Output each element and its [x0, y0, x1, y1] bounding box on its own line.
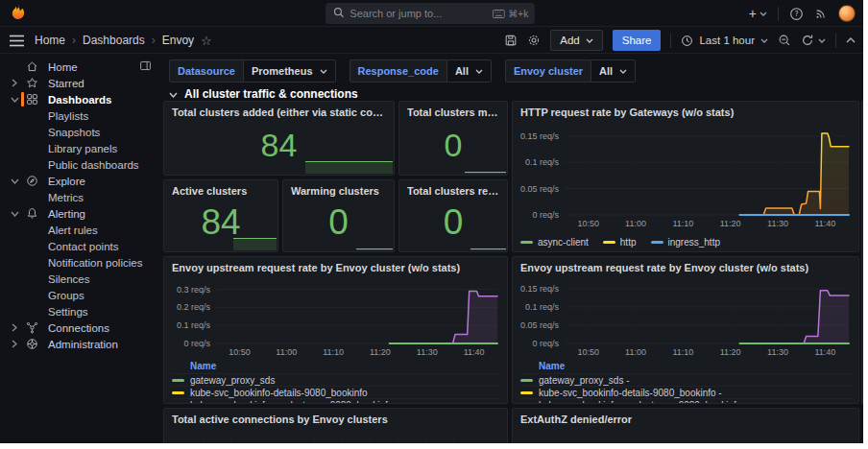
breadcrumb-separator: ›: [72, 34, 76, 47]
user-avatar[interactable]: [838, 5, 856, 22]
sidebar-item-public-dashboards[interactable]: Public dashboards: [0, 156, 161, 173]
sidebar-item-library-panels[interactable]: Library panels: [0, 140, 161, 156]
upstream-request-rate-chart[interactable]: 0 req/s0.05 req/s0.1 req/s0.15 req/s10:5…: [513, 276, 858, 359]
legend-row[interactable]: gateway_proxy_sds: [172, 373, 499, 386]
sidebar-item-settings[interactable]: Settings: [0, 303, 161, 319]
legend-item[interactable]: ingress_http: [651, 237, 720, 248]
chevron-right-icon[interactable]: [8, 340, 21, 348]
sidebar-item-groups[interactable]: Groups: [0, 287, 161, 303]
sidebar-item-notification-policies[interactable]: Notification policies: [0, 254, 161, 271]
legend-label: kube-svc_bookinfo-productpage-9080_booki…: [190, 400, 393, 404]
legend-row[interactable]: kube-svc_bookinfo-details-9080_bookinfo: [172, 386, 499, 398]
filter-value-dropdown[interactable]: All: [447, 59, 492, 83]
stat-sparkline: [233, 238, 277, 250]
panel-header[interactable]: Total active connections by Envoy cluste…: [164, 409, 507, 425]
add-panel-button[interactable]: Add: [550, 30, 602, 51]
sidebar-item-snapshots[interactable]: Snapshots: [0, 124, 161, 140]
panel-header[interactable]: Total clusters added (either via static …: [164, 102, 394, 118]
panel-header[interactable]: Total clusters removed ...: [399, 180, 507, 197]
breadcrumb-envoy[interactable]: Envoy: [162, 34, 194, 47]
breadcrumb-dashboards[interactable]: Dashboards: [83, 34, 145, 47]
svg-text:11:40: 11:40: [814, 219, 835, 228]
time-range-picker[interactable]: Last 1 hour: [681, 35, 768, 47]
sidebar-item-contact-points[interactable]: Contact points: [0, 238, 161, 254]
sidebar-item-alert-rules[interactable]: Alert rules: [0, 222, 161, 238]
panel-header[interactable]: ExtAuthZ denied/error: [513, 409, 858, 425]
save-dashboard-button[interactable]: [504, 34, 518, 47]
panel-header[interactable]: HTTP request rate by Gateways (w/o stats…: [513, 102, 858, 118]
legend-row[interactable]: kube-svc_bookinfo-details-9080_bookinfo …: [520, 386, 851, 398]
panel-header[interactable]: Envoy upstream request rate by Envoy clu…: [164, 257, 507, 273]
panel-header[interactable]: Envoy upstream request rate by Envoy clu…: [513, 257, 858, 273]
panel-active-clusters: Active clusters 84: [163, 179, 278, 252]
new-button[interactable]: +: [749, 7, 767, 20]
svg-text:0.2 req/s: 0.2 req/s: [177, 302, 211, 312]
panel-total-active-connections: Total active connections by Envoy cluste…: [163, 408, 508, 443]
panel-total-clusters-removed: Total clusters removed ... 0: [398, 179, 508, 252]
svg-text:0.05 req/s: 0.05 req/s: [520, 184, 560, 194]
sidebar-item-home[interactable]: Home: [0, 59, 161, 75]
panel-header[interactable]: Active clusters: [164, 180, 277, 197]
sidebar-item-alerting[interactable]: Alerting: [0, 205, 161, 222]
svg-text:11:40: 11:40: [464, 347, 485, 357]
svg-text:10:50: 10:50: [577, 219, 599, 228]
filter-label[interactable]: Datasource: [169, 59, 244, 83]
upstream-request-rate-chart[interactable]: 0 req/s0.1 req/s0.2 req/s0.3 req/s10:501…: [164, 276, 507, 359]
refresh-button[interactable]: [801, 34, 826, 47]
plus-icon: +: [749, 7, 757, 20]
legend-color-dash: [172, 379, 184, 382]
breadcrumb-home[interactable]: Home: [35, 34, 65, 47]
chevron-right-icon[interactable]: [8, 323, 21, 332]
refresh-icon: [801, 34, 814, 47]
search-input[interactable]: [350, 8, 486, 19]
filter-label[interactable]: Response_code: [350, 59, 447, 83]
row-toggle-all-cluster-traffic[interactable]: All cluster traffic & connections: [169, 87, 358, 101]
filter-label[interactable]: Envoy cluster: [505, 59, 591, 83]
sidebar-item-explore[interactable]: Explore: [0, 173, 161, 189]
legend-item[interactable]: async-client: [520, 237, 589, 248]
news-button[interactable]: [814, 7, 828, 20]
panel-header[interactable]: Total clusters modified ...: [399, 102, 507, 118]
filter-value-dropdown[interactable]: All: [591, 59, 636, 83]
sidebar-item-connections[interactable]: Connections: [0, 319, 161, 336]
svg-text:0.15 req/s: 0.15 req/s: [520, 131, 560, 141]
global-search[interactable]: ⌘+k: [325, 3, 534, 24]
filter-value-dropdown[interactable]: Prometheus: [244, 59, 336, 83]
http-request-rate-chart[interactable]: 0 req/s0.05 req/s0.1 req/s0.15 req/s10:5…: [513, 121, 858, 230]
panel-header[interactable]: Warming clusters: [283, 180, 394, 197]
chevron-down-icon[interactable]: [8, 178, 21, 184]
legend-row[interactable]: kube-svc_bookinfo-productpage-9080_booki…: [520, 398, 851, 403]
chevron-down-icon[interactable]: [8, 97, 21, 103]
chevron-right-icon[interactable]: [8, 79, 21, 87]
next-column-panel-edge: [861, 101, 863, 404]
share-button[interactable]: Share: [613, 30, 662, 51]
legend-header-name[interactable]: Name: [520, 359, 851, 373]
grafana-logo-icon[interactable]: [10, 4, 28, 22]
collapse-toolbar-button[interactable]: [846, 37, 856, 43]
breadcrumb-separator: ›: [152, 34, 156, 47]
sidebar-item-silences[interactable]: Silences: [0, 271, 161, 287]
legend-row[interactable]: kube-svc_bookinfo-productpage-9080_booki…: [172, 398, 499, 403]
legend-header-name[interactable]: Name: [172, 359, 499, 373]
legend-item[interactable]: http: [603, 237, 637, 248]
question-circle-icon: ?: [789, 7, 804, 21]
sidebar-item-administration[interactable]: Administration: [0, 336, 161, 352]
favorite-star-icon[interactable]: ☆: [201, 34, 212, 48]
chevron-down-icon[interactable]: [8, 211, 21, 217]
sidebar-item-starred[interactable]: Starred: [0, 75, 161, 91]
compass-icon: [25, 175, 39, 187]
dock-sidebar-icon[interactable]: [139, 59, 152, 74]
sidebar-item-metrics[interactable]: Metrics: [0, 189, 161, 205]
sidebar-item-dashboards[interactable]: Dashboards: [0, 91, 161, 107]
dashboard-settings-button[interactable]: [527, 34, 541, 47]
help-button[interactable]: ?: [789, 7, 804, 21]
svg-text:0 req/s: 0 req/s: [183, 339, 210, 348]
bell-icon: [25, 207, 39, 220]
legend-row[interactable]: gateway_proxy_sds -: [520, 373, 851, 386]
zoom-out-button[interactable]: [778, 34, 791, 47]
stat-value: 0: [399, 117, 507, 173]
chevron-down-icon: [586, 38, 593, 43]
sidebar-item-playlists[interactable]: Playlists: [0, 107, 161, 124]
menu-toggle-icon[interactable]: [10, 34, 24, 51]
sidebar-nav: Home Starred Dashboards Playlists Snapsh…: [0, 54, 161, 443]
